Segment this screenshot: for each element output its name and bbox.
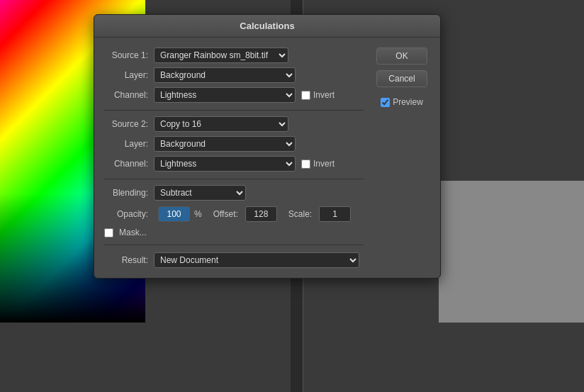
source1-layer-select[interactable]: Background <box>154 67 296 83</box>
opacity-row: Opacity: % Offset: Scale: <box>104 206 364 222</box>
opacity-input[interactable] <box>158 206 190 222</box>
source2-layer-row: Layer: Background <box>104 136 364 152</box>
source1-channel-label: Channel: <box>104 90 154 100</box>
source1-section: Source 1: Granger Rainbow sm_8bit.tif La… <box>104 47 364 103</box>
result-label: Result: <box>104 255 154 265</box>
source2-file-row: Source 2: Copy to 16 <box>104 116 364 132</box>
source2-layer-select[interactable]: Background <box>154 136 296 152</box>
mask-label: Mask... <box>119 228 147 237</box>
source2-label: Source 2: <box>104 119 154 129</box>
mask-checkbox[interactable] <box>104 228 113 237</box>
result-section: Result: New Document <box>104 245 364 268</box>
result-select[interactable]: New Document <box>154 252 359 268</box>
source1-channel-row: Channel: Lightness Invert <box>104 87 364 103</box>
calculations-dialog: Calculations Source 1: Granger Rainbow s… <box>94 14 441 279</box>
offset-input[interactable] <box>245 206 277 222</box>
source1-label: Source 1: <box>104 50 154 60</box>
opacity-label: Opacity: <box>104 209 154 219</box>
source2-layer-label: Layer: <box>104 139 154 149</box>
source2-section: Source 2: Copy to 16 Layer: Background C… <box>104 116 364 172</box>
blending-label: Blending: <box>104 188 154 198</box>
dialog-title: Calculations <box>94 15 440 38</box>
result-row: Result: New Document <box>104 252 364 268</box>
divider2 <box>104 179 364 179</box>
source1-invert-checkbox[interactable] <box>301 91 310 100</box>
ok-button[interactable]: OK <box>376 47 427 65</box>
source2-channel-select[interactable]: Lightness <box>154 156 296 172</box>
mask-row: Mask... <box>104 228 364 237</box>
source1-invert-group: Invert <box>301 90 335 100</box>
source2-file-select[interactable]: Copy to 16 <box>154 116 288 132</box>
preview-group: Preview <box>381 97 423 107</box>
offset-label: Offset: <box>213 209 238 219</box>
source1-file-row: Source 1: Granger Rainbow sm_8bit.tif <box>104 47 364 63</box>
source1-file-select[interactable]: Granger Rainbow sm_8bit.tif <box>154 47 288 63</box>
source1-channel-select[interactable]: Lightness <box>154 87 296 103</box>
preview-label: Preview <box>393 97 423 107</box>
source2-invert-checkbox[interactable] <box>301 159 310 169</box>
source2-channel-label: Channel: <box>104 159 154 169</box>
preview-checkbox[interactable] <box>381 98 390 107</box>
source1-invert-label: Invert <box>313 90 335 100</box>
opacity-unit: % <box>194 209 202 219</box>
scale-label: Scale: <box>288 209 312 219</box>
source1-layer-label: Layer: <box>104 70 154 80</box>
dialog-buttons: OK Cancel Preview <box>374 47 430 268</box>
source2-channel-row: Channel: Lightness Invert <box>104 156 364 172</box>
scale-input[interactable] <box>319 206 351 222</box>
divider1 <box>104 110 364 111</box>
source2-invert-label: Invert <box>313 159 335 169</box>
blending-select[interactable]: Subtract <box>154 185 246 201</box>
source1-layer-row: Layer: Background <box>104 67 364 83</box>
source2-invert-group: Invert <box>301 159 335 169</box>
cancel-button[interactable]: Cancel <box>376 70 427 87</box>
canvas-right <box>439 181 584 323</box>
dialog-title-text: Calculations <box>240 21 294 31</box>
blending-row: Blending: Subtract <box>104 185 364 201</box>
dialog-form: Source 1: Granger Rainbow sm_8bit.tif La… <box>104 47 364 268</box>
